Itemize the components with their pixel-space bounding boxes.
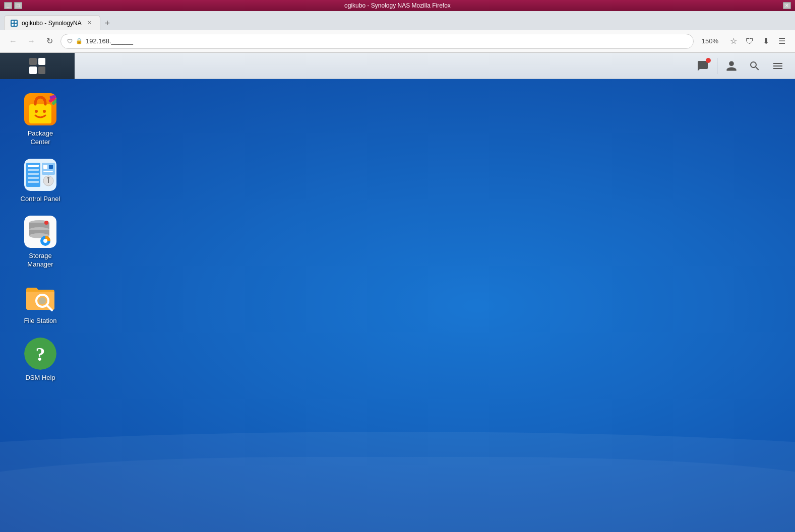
header-divider-1 — [717, 58, 717, 74]
svg-point-34 — [39, 297, 46, 304]
os-titlebar: _ □ ogikubo - Synology NAS Mozilla Firef… — [0, 0, 795, 11]
logo-square-1 — [29, 58, 37, 65]
profile-button[interactable] — [720, 55, 743, 77]
refresh-button[interactable]: ↻ — [42, 34, 56, 48]
svg-rect-15 — [28, 177, 39, 179]
browser-tabs-bar: ogikubo - SynologyNA ✕ + — [0, 11, 795, 30]
os-close-btn[interactable]: ✕ — [783, 2, 791, 9]
svg-rect-0 — [12, 21, 14, 23]
os-maximize-btn[interactable]: □ — [14, 2, 22, 9]
desktop-icons-container: Package Center — [15, 89, 66, 386]
download-icon[interactable]: ⬇ — [759, 34, 773, 48]
bookmark-star-icon[interactable]: ☆ — [726, 34, 741, 48]
notification-button[interactable] — [692, 55, 714, 77]
logo-square-3 — [29, 66, 37, 74]
lock-icon: 🔒 — [76, 38, 83, 44]
zoom-level: 150% — [698, 37, 722, 45]
svg-rect-19 — [49, 165, 53, 169]
browser-toolbar: ← → ↻ 🛡 🔒 192.168.______ 150% ☆ 🛡 ⬇ ☰ — [0, 30, 795, 52]
dsm-help-icon: ? — [24, 338, 56, 370]
dsm-header-icons — [692, 55, 795, 77]
back-button[interactable]: ← — [6, 34, 20, 48]
dsm-help-label: DSM Help — [25, 374, 55, 382]
desktop-icon-control-panel[interactable]: Control Panel — [15, 155, 66, 208]
os-titlebar-right-controls[interactable]: ✕ — [783, 2, 791, 9]
svg-rect-13 — [28, 169, 39, 171]
svg-point-6 — [43, 110, 46, 113]
svg-point-32 — [43, 239, 47, 243]
file-station-label: File Station — [24, 317, 56, 325]
dsm-desktop: Package Center — [0, 79, 795, 532]
svg-rect-20 — [43, 171, 53, 172]
dsm-logo-grid — [29, 58, 45, 74]
dsm-header — [0, 53, 795, 79]
search-button[interactable] — [744, 55, 766, 77]
desktop-icon-package-center[interactable]: Package Center — [15, 89, 66, 151]
control-panel-label: Control Panel — [21, 195, 60, 204]
browser-tab-active[interactable]: ogikubo - SynologyNA ✕ — [4, 15, 100, 30]
address-bar[interactable]: 🛡 🔒 192.168.______ — [60, 34, 694, 49]
logo-square-4 — [38, 66, 46, 74]
shield-icon[interactable]: 🛡 — [743, 34, 757, 48]
svg-rect-4 — [29, 104, 51, 123]
svg-rect-3 — [15, 24, 17, 26]
tab-favicon — [11, 20, 18, 27]
tab-title: ogikubo - SynologyNA — [22, 20, 82, 27]
desktop-wave-2 — [0, 457, 795, 532]
svg-rect-17 — [42, 163, 55, 175]
os-titlebar-left-controls[interactable]: _ □ — [4, 2, 22, 9]
security-icon: 🛡 — [67, 38, 73, 44]
svg-rect-16 — [28, 181, 39, 183]
svg-rect-14 — [28, 173, 39, 175]
svg-point-5 — [35, 110, 38, 113]
logo-square-2 — [38, 58, 46, 65]
tab-close-btn[interactable]: ✕ — [86, 19, 94, 27]
options-button[interactable] — [767, 55, 789, 77]
file-station-icon — [24, 281, 56, 313]
dsm-logo-button[interactable] — [0, 53, 75, 79]
new-tab-button[interactable]: + — [100, 16, 114, 30]
browser-toolbar-icons: ☆ 🛡 ⬇ ☰ — [726, 34, 789, 48]
forward-button[interactable]: → — [24, 34, 38, 48]
svg-rect-18 — [43, 165, 47, 169]
desktop-icon-dsm-help[interactable]: ? DSM Help — [15, 334, 66, 386]
os-titlebar-text: ogikubo - Synology NAS Mozilla Firefox — [344, 2, 451, 9]
storage-manager-icon — [24, 216, 56, 248]
control-panel-icon — [24, 159, 56, 191]
svg-rect-12 — [28, 165, 39, 167]
desktop-icon-storage-manager[interactable]: Storage Manager — [15, 212, 66, 273]
svg-text:?: ? — [36, 344, 45, 365]
browser-chrome: ogikubo - SynologyNA ✕ + ← → ↻ 🛡 🔒 192.1… — [0, 11, 795, 53]
os-minimize-btn[interactable]: _ — [4, 2, 12, 9]
svg-point-22 — [47, 177, 49, 179]
svg-rect-1 — [15, 21, 17, 23]
package-center-label: Package Center — [19, 129, 62, 147]
url-text: 192.168.______ — [86, 37, 133, 45]
svg-rect-2 — [12, 24, 14, 26]
notification-badge — [706, 58, 711, 63]
desktop-icon-file-station[interactable]: File Station — [15, 277, 66, 329]
storage-manager-label: Storage Manager — [19, 252, 62, 269]
menu-icon[interactable]: ☰ — [775, 34, 789, 48]
svg-point-30 — [44, 221, 48, 225]
package-center-icon — [24, 93, 56, 125]
